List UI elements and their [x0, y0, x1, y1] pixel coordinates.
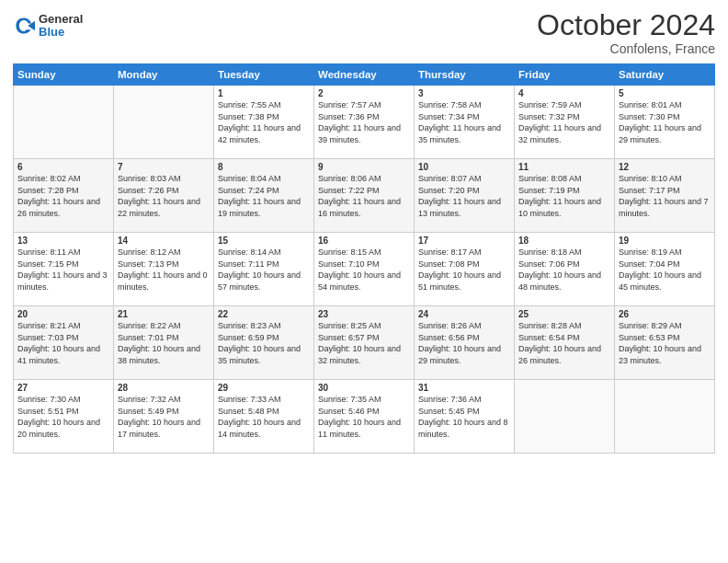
header-row: Sunday Monday Tuesday Wednesday Thursday…	[14, 64, 715, 86]
cell-info: Sunrise: 8:08 AMSunset: 7:19 PMDaylight:…	[518, 173, 610, 219]
info-line: Sunset: 7:38 PM	[218, 111, 310, 123]
calendar-cell: 5Sunrise: 8:01 AMSunset: 7:30 PMDaylight…	[615, 86, 715, 159]
calendar-cell	[515, 380, 615, 454]
info-line: Sunrise: 8:25 AM	[318, 320, 410, 332]
cell-info: Sunrise: 8:02 AMSunset: 7:28 PMDaylight:…	[17, 173, 109, 219]
info-line: Daylight: 10 hours and 23 minutes.	[619, 343, 711, 366]
info-line: Sunset: 7:28 PM	[17, 185, 109, 197]
logo-blue-text: Blue	[39, 26, 83, 39]
info-line: Sunset: 5:49 PM	[118, 406, 210, 418]
info-line: Sunset: 6:54 PM	[518, 332, 610, 344]
info-line: Sunrise: 7:57 AM	[318, 99, 410, 111]
info-line: Sunset: 5:46 PM	[318, 406, 410, 418]
day-number: 23	[318, 309, 410, 319]
week-row-4: 20Sunrise: 8:21 AMSunset: 7:03 PMDayligh…	[14, 306, 715, 380]
cell-info: Sunrise: 8:29 AMSunset: 6:53 PMDaylight:…	[619, 320, 711, 366]
info-line: Sunrise: 8:28 AM	[518, 320, 610, 332]
calendar-cell: 23Sunrise: 8:25 AMSunset: 6:57 PMDayligh…	[314, 306, 415, 380]
cell-info: Sunrise: 8:17 AMSunset: 7:08 PMDaylight:…	[418, 247, 510, 293]
day-number: 19	[619, 236, 711, 246]
logo-text: General Blue	[39, 13, 83, 40]
header: General Blue October 2024 Confolens, Fra…	[13, 9, 715, 56]
info-line: Sunrise: 7:59 AM	[518, 99, 610, 111]
day-number: 7	[118, 162, 210, 172]
info-line: Daylight: 10 hours and 20 minutes.	[17, 417, 109, 440]
calendar-body: 1Sunrise: 7:55 AMSunset: 7:38 PMDaylight…	[14, 86, 715, 454]
info-line: Sunrise: 8:23 AM	[218, 320, 310, 332]
day-number: 15	[218, 236, 310, 246]
day-number: 14	[118, 236, 210, 246]
logo-icon	[13, 15, 35, 37]
day-number: 29	[218, 383, 310, 393]
info-line: Sunrise: 8:14 AM	[218, 247, 310, 259]
info-line: Sunrise: 8:18 AM	[518, 247, 610, 259]
info-line: Sunrise: 7:58 AM	[418, 99, 510, 111]
info-line: Daylight: 11 hours and 29 minutes.	[619, 122, 711, 145]
info-line: Sunset: 7:20 PM	[418, 185, 510, 197]
calendar-cell: 10Sunrise: 8:07 AMSunset: 7:20 PMDayligh…	[415, 159, 515, 233]
info-line: Daylight: 11 hours and 35 minutes.	[418, 122, 510, 145]
info-line: Sunset: 6:56 PM	[418, 332, 510, 344]
info-line: Sunset: 7:24 PM	[218, 185, 310, 197]
day-number: 13	[17, 236, 109, 246]
col-thursday: Thursday	[415, 64, 515, 86]
info-line: Sunset: 7:17 PM	[619, 185, 711, 197]
title-block: October 2024 Confolens, France	[537, 9, 715, 56]
calendar-cell: 15Sunrise: 8:14 AMSunset: 7:11 PMDayligh…	[214, 233, 314, 306]
info-line: Sunrise: 8:01 AM	[619, 99, 711, 111]
info-line: Daylight: 10 hours and 32 minutes.	[318, 343, 410, 366]
cell-info: Sunrise: 7:36 AMSunset: 5:45 PMDaylight:…	[418, 394, 510, 440]
info-line: Sunset: 7:15 PM	[17, 259, 109, 270]
cell-info: Sunrise: 8:25 AMSunset: 6:57 PMDaylight:…	[318, 320, 410, 366]
calendar-cell: 19Sunrise: 8:19 AMSunset: 7:04 PMDayligh…	[615, 233, 715, 306]
cell-info: Sunrise: 7:55 AMSunset: 7:38 PMDaylight:…	[218, 99, 310, 145]
col-sunday: Sunday	[14, 64, 114, 86]
day-number: 30	[318, 383, 410, 393]
info-line: Sunrise: 8:22 AM	[118, 320, 210, 332]
day-number: 25	[518, 309, 610, 319]
day-number: 26	[619, 309, 711, 319]
calendar-cell: 9Sunrise: 8:06 AMSunset: 7:22 PMDaylight…	[314, 159, 415, 233]
day-number: 21	[118, 309, 210, 319]
info-line: Sunrise: 8:03 AM	[118, 173, 210, 185]
cell-info: Sunrise: 8:28 AMSunset: 6:54 PMDaylight:…	[518, 320, 610, 366]
info-line: Sunset: 5:48 PM	[218, 406, 310, 418]
col-friday: Friday	[515, 64, 615, 86]
cell-info: Sunrise: 8:03 AMSunset: 7:26 PMDaylight:…	[118, 173, 210, 219]
calendar-cell: 13Sunrise: 8:11 AMSunset: 7:15 PMDayligh…	[14, 233, 114, 306]
cell-info: Sunrise: 8:11 AMSunset: 7:15 PMDaylight:…	[17, 247, 109, 293]
info-line: Sunrise: 8:19 AM	[619, 247, 711, 259]
day-number: 3	[418, 88, 510, 98]
info-line: Daylight: 10 hours and 45 minutes.	[619, 270, 711, 293]
info-line: Sunset: 6:59 PM	[218, 332, 310, 344]
info-line: Sunrise: 8:02 AM	[17, 173, 109, 185]
info-line: Daylight: 11 hours and 13 minutes.	[418, 196, 510, 219]
info-line: Sunset: 6:57 PM	[318, 332, 410, 344]
day-number: 2	[318, 88, 410, 98]
info-line: Daylight: 10 hours and 54 minutes.	[318, 270, 410, 293]
info-line: Sunset: 7:32 PM	[518, 111, 610, 123]
info-line: Sunrise: 8:06 AM	[318, 173, 410, 185]
cell-info: Sunrise: 8:22 AMSunset: 7:01 PMDaylight:…	[118, 320, 210, 366]
cell-info: Sunrise: 8:07 AMSunset: 7:20 PMDaylight:…	[418, 173, 510, 219]
info-line: Sunrise: 8:26 AM	[418, 320, 510, 332]
info-line: Daylight: 11 hours and 22 minutes.	[118, 196, 210, 219]
logo-general-text: General	[39, 13, 83, 26]
cell-info: Sunrise: 7:33 AMSunset: 5:48 PMDaylight:…	[218, 394, 310, 440]
day-number: 24	[418, 309, 510, 319]
week-row-1: 1Sunrise: 7:55 AMSunset: 7:38 PMDaylight…	[14, 86, 715, 159]
day-number: 10	[418, 162, 510, 172]
info-line: Daylight: 10 hours and 11 minutes.	[318, 417, 410, 440]
info-line: Sunset: 7:26 PM	[118, 185, 210, 197]
calendar-cell: 2Sunrise: 7:57 AMSunset: 7:36 PMDaylight…	[314, 86, 415, 159]
day-number: 4	[518, 88, 610, 98]
cell-info: Sunrise: 7:59 AMSunset: 7:32 PMDaylight:…	[518, 99, 610, 145]
week-row-2: 6Sunrise: 8:02 AMSunset: 7:28 PMDaylight…	[14, 159, 715, 233]
calendar-cell: 22Sunrise: 8:23 AMSunset: 6:59 PMDayligh…	[214, 306, 314, 380]
cell-info: Sunrise: 7:57 AMSunset: 7:36 PMDaylight:…	[318, 99, 410, 145]
calendar-cell: 31Sunrise: 7:36 AMSunset: 5:45 PMDayligh…	[415, 380, 515, 454]
info-line: Sunset: 6:53 PM	[619, 332, 711, 344]
cell-info: Sunrise: 8:01 AMSunset: 7:30 PMDaylight:…	[619, 99, 711, 145]
calendar-table: Sunday Monday Tuesday Wednesday Thursday…	[13, 63, 715, 454]
calendar-cell	[114, 86, 214, 159]
